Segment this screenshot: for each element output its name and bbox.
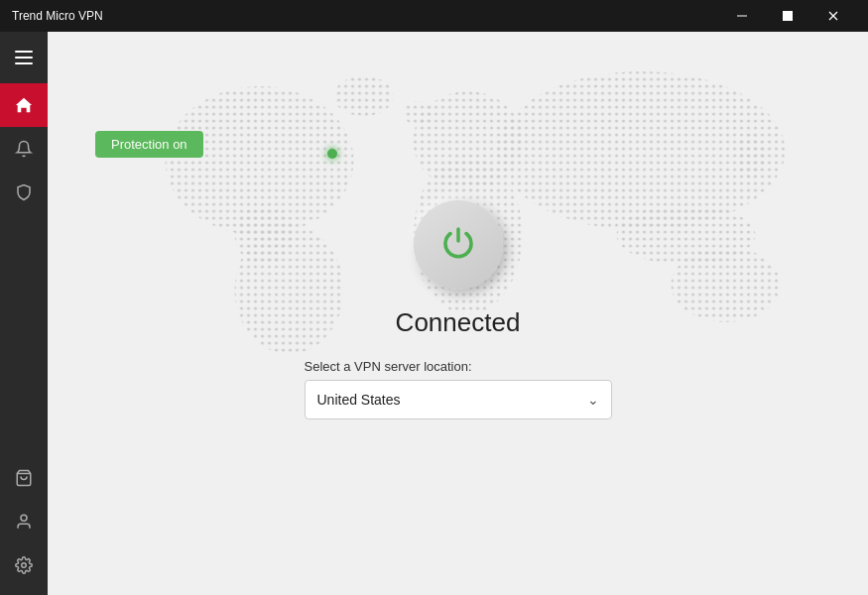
power-button[interactable] [414, 200, 503, 290]
power-button-wrap [414, 200, 503, 290]
vpn-selected-value: United States [317, 392, 401, 408]
svg-rect-0 [737, 16, 747, 17]
svg-point-17 [404, 101, 434, 125]
svg-point-15 [672, 247, 781, 322]
close-button[interactable] [810, 0, 856, 32]
maximize-button[interactable] [765, 0, 810, 32]
sidebar-bottom [15, 456, 33, 595]
chevron-down-icon: ⌄ [587, 392, 599, 408]
home-icon [15, 96, 33, 114]
settings-icon [15, 556, 33, 574]
power-icon [436, 223, 480, 267]
map-container: Connected Select a VPN server location: … [48, 32, 868, 595]
svg-point-6 [22, 563, 27, 568]
sidebar-item-account[interactable] [15, 500, 33, 543]
account-icon [15, 513, 33, 531]
sidebar-item-settings[interactable] [15, 543, 33, 587]
minimize-button[interactable] [719, 0, 765, 32]
hamburger-icon [15, 62, 33, 64]
bell-icon [15, 140, 33, 158]
vpn-location-dropdown[interactable]: United States ⌄ [305, 380, 612, 419]
connected-text: Connected [396, 307, 521, 338]
store-icon [15, 469, 33, 487]
sidebar-menu-button[interactable] [4, 40, 44, 75]
vpn-selector-wrap: Select a VPN server location: United Sta… [305, 359, 612, 419]
location-dot [327, 149, 337, 159]
sidebar-item-store[interactable] [15, 456, 33, 500]
window-controls [719, 0, 856, 32]
hamburger-icon [15, 51, 33, 53]
sidebar-item-shield[interactable] [0, 171, 48, 214]
svg-point-16 [334, 76, 394, 116]
titlebar: Trend Micro VPN [0, 0, 868, 32]
hamburger-icon [15, 57, 33, 59]
sidebar-item-home[interactable] [0, 83, 48, 127]
app-body: Protection on [0, 32, 868, 595]
main-content: Protection on [48, 32, 868, 595]
shield-icon [15, 183, 33, 201]
sidebar-nav [0, 83, 48, 456]
svg-point-18 [736, 134, 766, 178]
sidebar [0, 32, 48, 595]
svg-point-10 [235, 225, 344, 354]
app-title: Trend Micro VPN [12, 9, 719, 23]
sidebar-item-alerts[interactable] [0, 127, 48, 171]
svg-rect-1 [784, 12, 793, 21]
svg-point-5 [21, 515, 27, 521]
vpn-selector-label: Select a VPN server location: [305, 359, 472, 374]
protection-badge: Protection on [95, 131, 203, 158]
